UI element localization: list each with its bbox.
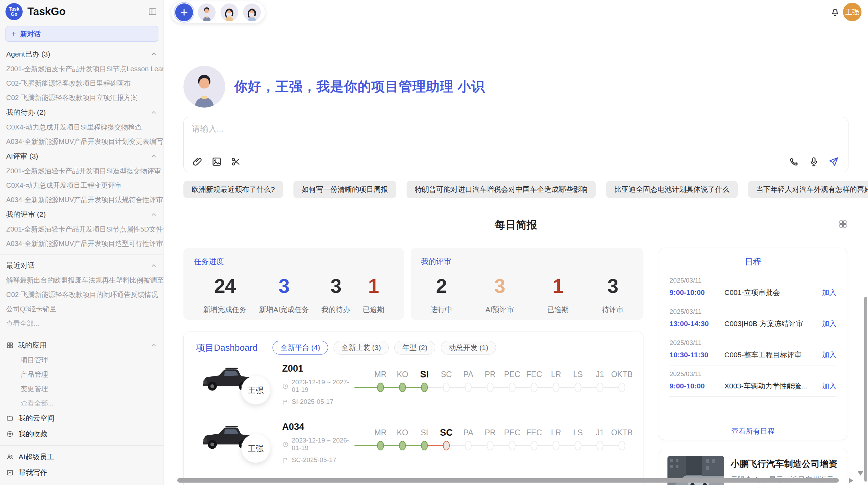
microphone-icon[interactable] <box>808 156 819 167</box>
join-meeting-link[interactable]: 加入 <box>822 381 836 391</box>
milestone-node[interactable] <box>421 441 428 450</box>
scroll-down-arrow[interactable] <box>858 471 863 476</box>
sidebar-link-folder[interactable]: 我的云空间 <box>0 410 164 426</box>
voice-call-icon[interactable] <box>788 156 799 167</box>
milestone-node[interactable] <box>575 383 581 392</box>
app-link-item[interactable]: 变更管理 <box>0 382 164 396</box>
sidebar-task-item[interactable]: Z001-全新燃油皮卡产品开发项目SI节点Lesson Learn报告 <box>0 62 164 76</box>
notifications-bell-icon[interactable] <box>830 7 841 17</box>
sidebar-tool-pen[interactable]: 创意制图 <box>0 481 164 485</box>
chevron-up-icon[interactable] <box>150 262 157 269</box>
join-meeting-link[interactable]: 加入 <box>822 288 836 297</box>
screenshot-scissors-icon[interactable] <box>230 156 241 167</box>
apps-view-all-link[interactable]: 查看全部... <box>0 396 164 410</box>
app-link-item[interactable]: 项目管理 <box>0 353 164 367</box>
dashboard-tab[interactable]: 年型 (2) <box>394 341 435 355</box>
attach-file-icon[interactable] <box>192 156 203 167</box>
milestone-node[interactable] <box>596 383 603 392</box>
sidebar-tool-write[interactable]: 帮我写作 <box>0 465 164 481</box>
milestone-node[interactable] <box>465 441 472 450</box>
recent-chats-header[interactable]: 最近对话 <box>0 258 164 273</box>
conversation-avatar[interactable] <box>243 3 261 21</box>
sidebar-task-item[interactable]: A034-全新新能源MUV产品开发项目法规符合性评审 <box>0 192 164 207</box>
sidebar-task-item[interactable]: A034-全新新能源MUV产品开发项目造型可行性评审 <box>0 236 164 251</box>
sidebar-task-item[interactable]: Z001-全新燃油轻卡产品开发项目SI节点属性5D文件评审 <box>0 222 164 236</box>
sidebar-tool-people[interactable]: AI超级员工 <box>0 449 164 465</box>
horizontal-scrollbar-thumb[interactable] <box>177 478 839 483</box>
attach-image-icon[interactable] <box>211 156 222 167</box>
chevron-up-icon[interactable] <box>150 211 157 218</box>
milestone-node[interactable] <box>487 383 494 392</box>
milestone-node[interactable] <box>531 441 538 450</box>
milestone-node[interactable] <box>399 383 406 392</box>
divider <box>0 445 164 446</box>
join-meeting-link[interactable]: 加入 <box>822 350 836 360</box>
recent-view-all-link[interactable]: 查看全部... <box>0 316 164 331</box>
project-list: 王强Z0012023-12-19 ~ 2027-01-19SI-2025-05-… <box>184 359 643 471</box>
vertical-scrollbar-thumb[interactable] <box>864 297 867 482</box>
project-row[interactable]: 王强Z0012023-12-19 ~ 2027-01-19SI-2025-05-… <box>184 359 643 413</box>
sidebar-section-header[interactable]: AI评审 (3) <box>0 149 164 164</box>
dashboard-tab[interactable]: 动总开发 (1) <box>441 341 496 355</box>
send-icon[interactable] <box>828 156 839 167</box>
milestone-node[interactable] <box>465 383 472 392</box>
milestone-node[interactable] <box>443 441 450 450</box>
my-apps-header[interactable]: 我的应用 <box>0 338 164 353</box>
sidebar-task-item[interactable]: C0X4-动力总成开发项目SI里程碑提交物检查 <box>0 120 164 134</box>
suggestion-chip[interactable]: 如何写一份清晰的项目周报 <box>293 181 396 198</box>
milestone-node[interactable] <box>377 383 384 392</box>
milestone-node[interactable] <box>553 441 559 450</box>
sidebar-task-item[interactable]: C0X4-动力总成开发项目工程变更评审 <box>0 178 164 192</box>
suggestion-chip[interactable]: 当下年轻人对汽车外观有怎样的喜好趋势 <box>748 181 868 198</box>
stat-label: 已逾期 <box>363 305 384 314</box>
conversation-avatar[interactable] <box>198 3 216 21</box>
milestone-node[interactable] <box>487 441 494 450</box>
user-avatar[interactable]: 王强 <box>843 3 861 21</box>
project-row[interactable]: 王强A0342023-12-19 ~ 2026-01-19SC-2025-05-… <box>184 417 643 471</box>
scroll-right-arrow[interactable] <box>849 478 853 483</box>
milestone-node[interactable] <box>531 383 538 392</box>
milestone-node[interactable] <box>399 441 406 450</box>
milestone-node[interactable] <box>618 441 625 450</box>
sidebar-task-item[interactable]: A034-全新新能源MUV产品开发项目计划变更表编写 <box>0 134 164 149</box>
recent-chat-item[interactable]: C02-飞腾新能源轻客改款项目的闭环通告反馈情况 <box>0 287 164 302</box>
suggestion-chip[interactable]: 欧洲新规最近颁布了什么? <box>183 181 283 198</box>
milestone-node[interactable] <box>421 383 428 392</box>
briefing-layout-grid-icon[interactable] <box>838 219 848 229</box>
sidebar-section-header[interactable]: 我的评审 (2) <box>0 207 164 222</box>
sidebar-section-header[interactable]: 我的待办 (2) <box>0 105 164 120</box>
milestone-node[interactable] <box>377 441 384 450</box>
milestone-node[interactable] <box>618 383 625 392</box>
milestone-node[interactable] <box>553 383 559 392</box>
chevron-up-icon[interactable] <box>150 153 157 160</box>
new-conversation-button[interactable] <box>175 3 193 21</box>
sidebar-task-item[interactable]: C02-飞腾新能源轻客改款项目里程碑画布 <box>0 76 164 90</box>
suggestion-chip[interactable]: 比亚迪全固态电池计划具体说了什么 <box>606 181 738 198</box>
sidebar-task-item[interactable]: C02-飞腾新能源轻客改款项目立项汇报方案 <box>0 90 164 105</box>
recent-chat-item[interactable]: 解释最新出台的欧盟报废车法规再生塑料比例被调至15%... <box>0 273 164 287</box>
conversation-avatar[interactable] <box>220 3 238 21</box>
milestone-cell: FEC <box>523 426 545 452</box>
milestone-node[interactable] <box>575 441 581 450</box>
chevron-up-icon[interactable] <box>150 109 157 116</box>
app-link-item[interactable]: 产品管理 <box>0 367 164 382</box>
milestone-node[interactable] <box>509 383 516 392</box>
join-meeting-link[interactable]: 加入 <box>822 319 836 328</box>
recent-chat-item[interactable]: 公司Q3轻卡销量 <box>0 302 164 316</box>
chat-input[interactable] <box>192 123 706 154</box>
milestone-node[interactable] <box>509 441 516 450</box>
sidebar-link-star-badge[interactable]: 我的收藏 <box>0 426 164 442</box>
milestone-node[interactable] <box>596 441 603 450</box>
chevron-up-icon[interactable] <box>150 51 157 58</box>
sidebar-section-header[interactable]: Agent已办 (3) <box>0 47 164 62</box>
milestone-node[interactable] <box>443 383 450 392</box>
chevron-up-icon[interactable] <box>150 342 157 349</box>
sidebar-task-item[interactable]: Z001-全新燃油轻卡产品开发项目SI造型提交物评审 <box>0 164 164 178</box>
milestone-timeline: MRKOSISCPAPRPECFECLRLSJ1OKTB <box>354 426 633 452</box>
collapse-sidebar-icon[interactable] <box>148 7 157 16</box>
view-all-schedule-link[interactable]: 查看所有日程 <box>659 422 847 440</box>
dashboard-tab[interactable]: 全新平台 (4) <box>273 341 328 355</box>
suggestion-chip[interactable]: 特朗普可能对进口汽车增税会对中国车企造成哪些影响 <box>407 181 596 198</box>
new-chat-button[interactable]: + 新对话 <box>5 26 158 42</box>
dashboard-tab[interactable]: 全新上装 (3) <box>334 341 389 355</box>
